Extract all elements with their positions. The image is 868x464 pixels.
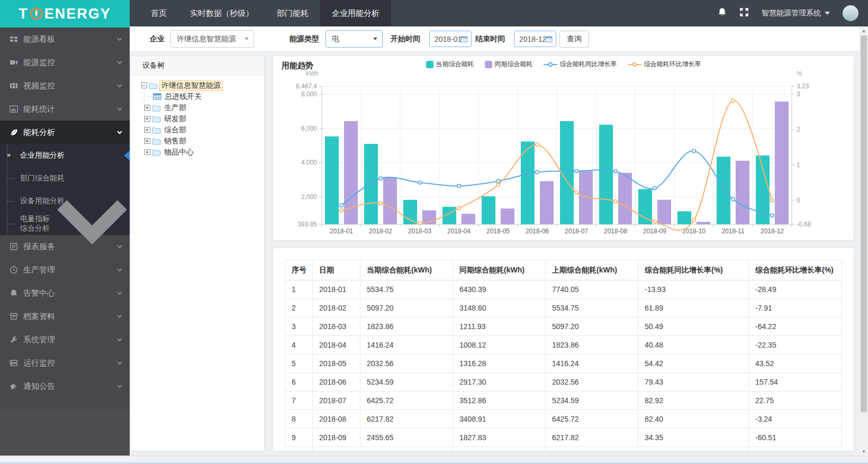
table-header-cell: 同期综合能耗(kWh) (453, 260, 546, 280)
scroll-up-arrow-icon[interactable]: ▲ (860, 26, 868, 35)
table-cell: -13.93 (638, 280, 749, 299)
company-select[interactable]: 许继信息智慧能源 (170, 30, 254, 48)
sidebar-subitem-部门综合能耗[interactable]: 部门综合能耗 (0, 167, 130, 189)
sidebar-item-2[interactable]: 能源监控 (0, 51, 130, 74)
table-cell: 1316.28 (453, 354, 546, 373)
sidebar-item-label: 报表服务 (23, 242, 55, 252)
filter-toolbar: 企业 许继信息智慧能源 能源类型 电 开始时间 2018-01 结束时间 201… (130, 26, 868, 51)
folder-icon (152, 138, 161, 145)
bell-icon[interactable] (718, 7, 727, 19)
table-cell: 2018-07 (313, 392, 360, 410)
sidebar-item-11[interactable]: 运行监控 (0, 351, 130, 375)
tree-node-生产部[interactable]: +生产部 (131, 102, 264, 113)
expand-node-icon[interactable]: + (144, 138, 150, 144)
tree-node-综合部[interactable]: +综合部 (131, 124, 264, 135)
fullscreen-icon[interactable] (739, 7, 749, 19)
svg-text:2018-07: 2018-07 (565, 228, 588, 235)
sidebar-item-10[interactable]: 系统管理 (0, 328, 130, 351)
chevron-down-icon (117, 38, 122, 41)
svg-text:4,000: 4,000 (301, 159, 317, 166)
table-cell: 2018-09 (313, 429, 360, 447)
dashboard-icon (10, 35, 18, 43)
expand-node-icon[interactable]: + (144, 149, 150, 155)
tree-node-销售部[interactable]: +销售部 (131, 135, 264, 147)
energy-type-select[interactable]: 电 (326, 30, 383, 48)
horizontal-scrollbar-track[interactable] (0, 456, 868, 464)
table-cell: -60.51 (749, 429, 842, 447)
report-icon (10, 242, 18, 251)
table-cell: 6217.82 (360, 410, 453, 429)
table-cell: 157.54 (749, 373, 842, 392)
table-row: 12018-015534.756430.397740.05-13.93-28.4… (285, 280, 842, 299)
server-icon (10, 359, 18, 367)
sidebar-item-4[interactable]: 能耗统计 (0, 97, 130, 121)
nav-tab-1[interactable]: 首页 (139, 0, 178, 26)
start-date-input[interactable]: 2018-01 (429, 31, 472, 47)
table-row: 52018-052032.561316.281416.2454.4243.52 (285, 354, 842, 373)
chevron-down-icon (117, 268, 122, 272)
table-cell: 6 (285, 373, 313, 392)
table-cell: 2032.56 (546, 373, 638, 392)
tree-node-物品中心[interactable]: +物品中心 (131, 147, 264, 158)
table-cell: 1823.86 (546, 336, 638, 354)
nav-tab-2[interactable]: 实时数据（秒级） (178, 0, 265, 26)
chevron-down-icon (117, 107, 122, 111)
tree-node-研发部[interactable]: +研发部 (131, 113, 264, 124)
scrollbar-thumb[interactable] (861, 35, 867, 412)
top-navigation-bar: 首页实时数据（秒级）部门能耗企业用能分析 智慧能源管理系统 (0, 0, 868, 26)
table-cell: 7 (285, 392, 313, 410)
collapse-node-icon[interactable]: − (141, 83, 147, 88)
svg-text:2: 2 (797, 126, 800, 133)
table-cell: 61.89 (638, 299, 749, 317)
expand-node-icon[interactable]: + (144, 127, 150, 133)
sidebar-item-12[interactable]: 通知公告 (0, 375, 130, 398)
company-select-value: 许继信息智慧能源 (171, 34, 236, 44)
table-row: 62018-065234.592917.302032.5679.43157.54 (285, 373, 842, 392)
sidebar-item-label: 通知公告 (23, 381, 55, 392)
table-cell: 1416.24 (360, 336, 453, 354)
table-cell: 2 (285, 299, 313, 317)
sidebar-item-1[interactable]: 能源看板 (0, 28, 130, 51)
device-tree-panel: 设备树 −许继信息智慧能源总进线开关+生产部+研发部+综合部+销售部+物品中心 (130, 56, 265, 451)
table-cell: -7.91 (749, 299, 842, 317)
table-cell: 3148.60 (453, 299, 546, 317)
vertical-scrollbar[interactable]: ▲ ▼ (860, 26, 868, 456)
table-cell: 3408.91 (453, 410, 546, 429)
table-cell: 1827.83 (453, 429, 546, 447)
sidebar-item-9[interactable]: 档案资料 (0, 305, 130, 328)
svg-text:3: 3 (797, 90, 800, 98)
table-cell: 5534.75 (546, 299, 638, 317)
folder-icon (152, 115, 161, 123)
nav-tab-4[interactable]: 企业用能分析 (320, 0, 391, 26)
avatar[interactable] (843, 5, 858, 21)
company-label: 企业 (150, 26, 165, 51)
sidebar-subitem-企业用能分析[interactable]: »企业用能分析 (0, 144, 130, 167)
system-name-dropdown[interactable]: 智慧能源管理系统 (762, 8, 830, 18)
query-button[interactable]: 查询 (559, 31, 589, 48)
sidebar-subitem-电量指标综合分析[interactable]: 电量指标综合分析 (0, 212, 130, 235)
calendar-icon (460, 35, 468, 43)
tree-node-总进线开关[interactable]: 总进线开关 (131, 91, 264, 102)
nav-tab-3[interactable]: 部门能耗 (265, 0, 320, 26)
expand-node-icon[interactable]: + (144, 116, 150, 122)
chevron-down-icon (825, 12, 830, 15)
svg-text:2018-11: 2018-11 (721, 228, 744, 235)
table-cell: 5534.75 (360, 280, 453, 299)
sidebar-item-8[interactable]: 告警中心 (0, 281, 130, 305)
scroll-down-arrow-icon[interactable]: ▼ (860, 447, 868, 456)
table-cell: 82.40 (638, 410, 749, 429)
sidebar-item-6[interactable]: 报表服务 (0, 235, 130, 258)
tree-root-node[interactable]: −许继信息智慧能源 (131, 80, 264, 91)
table-header-cell: 综合能耗环比增长率(%) (749, 260, 842, 280)
sidebar-item-5[interactable]: 能耗分析 (0, 121, 130, 144)
svg-text:2018-06: 2018-06 (526, 228, 549, 235)
sidebar-item-7[interactable]: 生产管理 (0, 258, 130, 281)
svg-text:0: 0 (797, 197, 800, 204)
sidebar-menu: 能源看板能源监控视频监控能耗统计能耗分析»企业用能分析部门综合能耗设备用能分析电… (0, 28, 130, 456)
sidebar-item-3[interactable]: 视频监控 (0, 74, 130, 97)
end-date-input[interactable]: 2018-12 (514, 31, 556, 47)
table-row: 72018-076425.723512.865234.5982.9222.75 (285, 392, 842, 410)
chevron-down-icon (373, 38, 377, 40)
energy-data-table: 序号日期当期综合能耗(kWh)同期综合能耗(kWh)上期综合能耗(kWh)综合能… (285, 260, 842, 451)
expand-node-icon[interactable]: + (144, 105, 150, 111)
